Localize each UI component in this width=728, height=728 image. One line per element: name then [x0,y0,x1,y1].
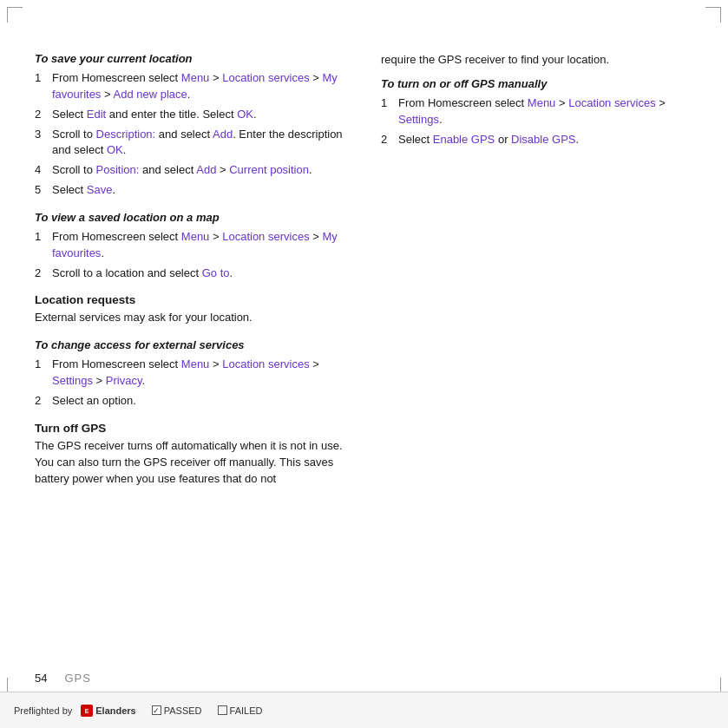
menu-link3[interactable]: Menu [181,357,210,371]
step-number: 1 [35,229,47,262]
steps-change-access: 1 From Homescreen select Menu > Location… [35,357,355,410]
section-title-view-location: To view a saved location on a map [35,211,355,224]
ok-link2[interactable]: OK [107,143,123,156]
add-new-place-link[interactable]: Add new place [113,88,187,101]
description-link[interactable]: Description: [96,128,156,141]
step-text: From Homescreen select Menu > Location s… [52,357,355,390]
body-location-requests: External services may ask for your locat… [35,310,355,326]
go-to-link[interactable]: Go to [202,266,230,279]
step-number: 2 [35,107,47,123]
step-item: 3 Scroll to Description: and select Add.… [35,127,355,160]
step-text: Scroll to Position: and select Add > Cur… [52,162,355,179]
preflighted-label: Preflighted by [14,705,72,716]
add-link2[interactable]: Add [196,163,216,176]
current-position-link[interactable]: Current position [229,163,309,176]
step-text: From Homescreen select Menu > Location s… [52,229,355,262]
section-title-change-access: To change access for external services [35,338,355,351]
step-item: 5 Select Save. [35,182,355,199]
step-item: 1 From Homescreen select Menu > Location… [35,70,355,103]
step-number: 3 [35,127,47,160]
step-number: 1 [35,357,47,390]
menu-link2[interactable]: Menu [181,230,210,243]
add-link[interactable]: Add [213,128,233,141]
page-content: To save your current location 1 From Hom… [0,0,728,685]
save-link[interactable]: Save [87,183,113,196]
step-item: 2 Select an option. [35,393,355,410]
step-text: Select Edit and enter the title. Select … [52,107,355,123]
step-text: Select an option. [52,393,355,410]
location-services-link2[interactable]: Location services [222,230,309,243]
failed-label: FAILED [230,705,263,716]
heading-turn-off-gps: Turn off GPS [35,422,355,435]
menu-link[interactable]: Menu [181,71,210,84]
corner-mark-tr [705,7,721,23]
step-number: 4 [35,162,47,179]
location-services-link3[interactable]: Location services [222,357,309,371]
step-number: 2 [35,393,47,410]
step-item: 1 From Homescreen select Menu > Location… [35,229,355,262]
menu-link4[interactable]: Menu [528,96,556,109]
right-intro-text: require the GPS receiver to find your lo… [381,52,693,69]
step-item: 2 Select Edit and enter the title. Selec… [35,107,355,123]
body-turn-off-gps: The GPS receiver turns off automatically… [35,438,355,488]
corner-mark-tl [7,7,23,23]
location-services-link4[interactable]: Location services [568,96,655,109]
enable-gps-link[interactable]: Enable GPS [433,133,495,146]
step-item: 1 From Homescreen select Menu > Location… [381,95,693,128]
passed-section: ✓ PASSED [152,705,202,716]
ok-link[interactable]: OK [237,108,253,121]
location-services-link[interactable]: Location services [222,71,309,84]
svg-text:E: E [85,708,89,714]
section-title-save-location: To save your current location [35,52,355,65]
failed-checkbox [218,705,227,715]
steps-save-location: 1 From Homescreen select Menu > Location… [35,70,355,199]
right-column: require the GPS receiver to find your lo… [381,52,693,641]
bottom-bar: Preflighted by E Elanders ✓ PASSED FAILE… [0,692,728,728]
edit-link[interactable]: Edit [87,108,106,121]
page-number-area: 54 GPS [35,672,91,685]
step-number: 1 [381,95,393,128]
step-number: 5 [35,182,47,199]
elanders-brand: E Elanders [81,705,135,717]
step-text: Scroll to Description: and select Add. E… [52,127,355,160]
privacy-link[interactable]: Privacy [106,374,142,387]
step-text: Select Enable GPS or Disable GPS. [398,132,693,148]
heading-location-requests: Location requests [35,293,355,306]
step-text: From Homescreen select Menu > Location s… [398,95,693,128]
step-text: Select Save. [52,182,355,199]
failed-section: FAILED [218,705,263,716]
passed-checkbox: ✓ [152,705,161,715]
step-text: From Homescreen select Menu > Location s… [52,70,355,103]
step-item: 1 From Homescreen select Menu > Location… [35,357,355,390]
step-item: 2 Select Enable GPS or Disable GPS. [381,132,693,148]
step-item: 2 Scroll to a location and select Go to. [35,266,355,282]
step-number: 2 [35,266,47,282]
elanders-icon: E [81,705,93,717]
step-number: 2 [381,132,393,148]
disable-gps-link[interactable]: Disable GPS [511,133,575,146]
passed-label: PASSED [164,705,202,716]
page-section-label: GPS [64,672,90,685]
settings-link2[interactable]: Settings [398,113,439,126]
left-column: To save your current location 1 From Hom… [35,52,355,641]
elanders-name: Elanders [95,705,135,716]
position-link[interactable]: Position: [96,163,140,176]
steps-view-location: 1 From Homescreen select Menu > Location… [35,229,355,282]
page-number: 54 [35,672,47,685]
steps-gps-manual: 1 From Homescreen select Menu > Location… [381,95,693,148]
section-title-gps-manual: To turn on or off GPS manually [381,77,693,90]
step-number: 1 [35,70,47,103]
settings-link[interactable]: Settings [52,374,93,387]
step-item: 4 Scroll to Position: and select Add > C… [35,162,355,179]
step-text: Scroll to a location and select Go to. [52,266,355,282]
